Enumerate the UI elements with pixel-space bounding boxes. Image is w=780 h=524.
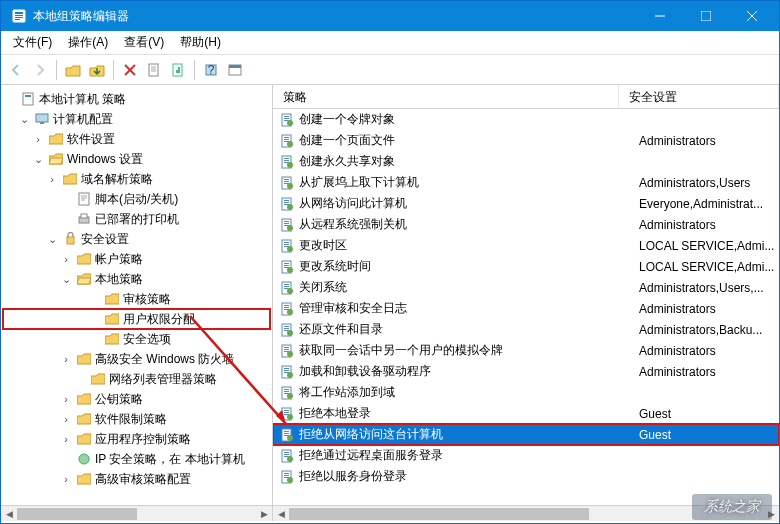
- svg-point-98: [287, 393, 293, 399]
- policy-icon: [20, 91, 36, 107]
- svg-rect-40: [284, 158, 289, 159]
- svg-point-93: [287, 372, 293, 378]
- menu-action[interactable]: 操作(A): [60, 31, 116, 54]
- tree-account[interactable]: ›帐户策略: [3, 249, 270, 269]
- tree-pubkey[interactable]: ›公钥策略: [3, 389, 270, 409]
- tree-script[interactable]: 脚本(启动/关机): [3, 189, 270, 209]
- tree-printers[interactable]: 已部署的打印机: [3, 209, 270, 229]
- svg-rect-55: [284, 221, 289, 222]
- tree-firewall[interactable]: ›高级安全 Windows 防火墙: [3, 349, 270, 369]
- list-row[interactable]: 从扩展坞上取下计算机Administrators,Users: [273, 172, 779, 193]
- list-row[interactable]: 拒绝通过远程桌面服务登录: [273, 445, 779, 466]
- svg-point-88: [287, 351, 293, 357]
- tree-user-rights[interactable]: 用户权限分配: [3, 309, 270, 329]
- export-button[interactable]: [143, 59, 165, 81]
- forward-button[interactable]: [29, 59, 51, 81]
- tree-local[interactable]: ⌄本地策略: [3, 269, 270, 289]
- svg-rect-46: [284, 181, 289, 182]
- scroll-left-icon[interactable]: ◀: [1, 506, 17, 522]
- item-name: 更改时区: [299, 237, 639, 254]
- minimize-button[interactable]: [637, 1, 683, 31]
- svg-rect-90: [284, 368, 289, 369]
- svg-rect-96: [284, 391, 289, 392]
- list-row[interactable]: 关闭系统Administrators,Users,...: [273, 277, 779, 298]
- tree-softrestr[interactable]: ›软件限制策略: [3, 409, 270, 429]
- scroll-left-icon[interactable]: ◀: [273, 506, 289, 522]
- list-row[interactable]: 拒绝本地登录Guest: [273, 403, 779, 424]
- policy-item-icon: [279, 448, 295, 464]
- properties-button[interactable]: [167, 59, 189, 81]
- tree-software[interactable]: ›软件设置: [3, 129, 270, 149]
- svg-rect-50: [284, 200, 289, 201]
- list-row[interactable]: 拒绝以服务身份登录: [273, 466, 779, 487]
- list-body[interactable]: 创建一个令牌对象创建一个页面文件Administrators创建永久共享对象从扩…: [273, 109, 779, 505]
- item-name: 创建一个页面文件: [299, 132, 639, 149]
- col-setting[interactable]: 安全设置: [619, 85, 779, 108]
- scroll-right-icon[interactable]: ▶: [256, 506, 272, 522]
- svg-rect-1: [15, 12, 23, 14]
- tree-label: 用户权限分配: [123, 311, 195, 328]
- tree-label: 安全设置: [81, 231, 129, 248]
- tree-appctrl[interactable]: ›应用程序控制策略: [3, 429, 270, 449]
- menu-help[interactable]: 帮助(H): [172, 31, 229, 54]
- list-row[interactable]: 创建一个令牌对象: [273, 109, 779, 130]
- tree-root[interactable]: 本地计算机 策略: [3, 89, 270, 109]
- list-row[interactable]: 从网络访问此计算机Everyone,Administrat...: [273, 193, 779, 214]
- list-row[interactable]: 管理审核和安全日志Administrators: [273, 298, 779, 319]
- back-button[interactable]: [5, 59, 27, 81]
- menu-file[interactable]: 文件(F): [5, 31, 60, 54]
- list-row[interactable]: 更改时区LOCAL SERVICE,Admi...: [273, 235, 779, 256]
- tree-audit[interactable]: 审核策略: [3, 289, 270, 309]
- item-name: 加载和卸载设备驱动程序: [299, 363, 639, 380]
- close-button[interactable]: [729, 1, 775, 31]
- policy-item-icon: [279, 343, 295, 359]
- show-button[interactable]: [86, 59, 108, 81]
- refresh-button[interactable]: [224, 59, 246, 81]
- svg-point-68: [287, 267, 293, 273]
- list-row[interactable]: 加载和卸载设备驱动程序Administrators: [273, 361, 779, 382]
- up-button[interactable]: [62, 59, 84, 81]
- scroll-thumb[interactable]: [17, 508, 137, 520]
- tree-ipsec[interactable]: IP 安全策略，在 本地计算机: [3, 449, 270, 469]
- titlebar: 本地组策略编辑器: [1, 1, 779, 31]
- tree-secopt[interactable]: 安全选项: [3, 329, 270, 349]
- scroll-thumb[interactable]: [289, 508, 589, 520]
- list-row[interactable]: 更改系统时间LOCAL SERVICE,Admi...: [273, 256, 779, 277]
- tree[interactable]: 本地计算机 策略 ⌄计算机配置 ›软件设置 ⌄Windows 设置 ›域名解析策…: [1, 85, 272, 505]
- svg-point-58: [287, 225, 293, 231]
- svg-rect-115: [284, 473, 289, 474]
- svg-point-118: [287, 477, 293, 483]
- list-row[interactable]: 将工作站添加到域: [273, 382, 779, 403]
- tree-hscroll[interactable]: ◀ ▶: [1, 505, 272, 521]
- list-row[interactable]: 拒绝从网络访问这台计算机Guest: [273, 424, 779, 445]
- tree-label: 计算机配置: [53, 111, 113, 128]
- svg-rect-100: [284, 410, 289, 411]
- svg-rect-86: [284, 349, 289, 350]
- tree-windows[interactable]: ⌄Windows 设置: [3, 149, 270, 169]
- svg-point-108: [287, 435, 293, 441]
- list-row[interactable]: 还原文件和目录Administrators,Backu...: [273, 319, 779, 340]
- tree-label: 已部署的打印机: [95, 211, 179, 228]
- item-name: 拒绝本地登录: [299, 405, 639, 422]
- col-policy[interactable]: 策略: [273, 85, 619, 108]
- list-row[interactable]: 获取同一会话中另一个用户的模拟令牌Administrators: [273, 340, 779, 361]
- tree-dns[interactable]: ›域名解析策略: [3, 169, 270, 189]
- policy-item-icon: [279, 322, 295, 338]
- list-row[interactable]: 创建永久共享对象: [273, 151, 779, 172]
- svg-point-28: [79, 454, 89, 464]
- tree-computer-config[interactable]: ⌄计算机配置: [3, 109, 270, 129]
- delete-button[interactable]: [119, 59, 141, 81]
- tree-security[interactable]: ⌄安全设置: [3, 229, 270, 249]
- help-button[interactable]: ?: [200, 59, 222, 81]
- list-row[interactable]: 从远程系统强制关机Administrators: [273, 214, 779, 235]
- tree-netlist[interactable]: 网络列表管理器策略: [3, 369, 270, 389]
- menu-view[interactable]: 查看(V): [116, 31, 172, 54]
- tree-advaudit[interactable]: ›高级审核策略配置: [3, 469, 270, 489]
- item-name: 创建一个令牌对象: [299, 111, 639, 128]
- maximize-button[interactable]: [683, 1, 729, 31]
- folder-icon: [104, 291, 120, 307]
- item-name: 获取同一会话中另一个用户的模拟令牌: [299, 342, 639, 359]
- menubar: 文件(F) 操作(A) 查看(V) 帮助(H): [1, 31, 779, 55]
- svg-rect-6: [701, 11, 711, 21]
- list-row[interactable]: 创建一个页面文件Administrators: [273, 130, 779, 151]
